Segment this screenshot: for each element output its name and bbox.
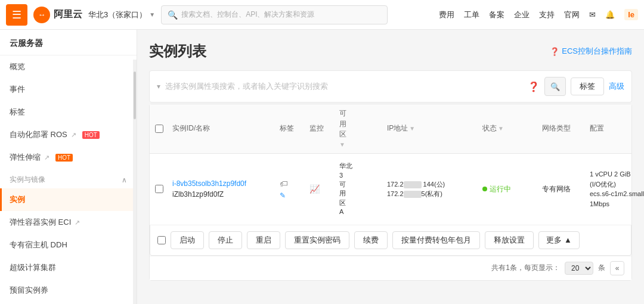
sidebar-item-label: 概览 [10, 61, 25, 72]
hamburger-icon: ☰ [12, 8, 21, 21]
renew-button[interactable]: 续费 [354, 231, 388, 249]
th-label: 标签 [280, 124, 294, 134]
th-status: 状态 ▼ [479, 124, 538, 134]
more-actions-button[interactable]: 更多 ▲ [538, 231, 580, 249]
th-monitor: 监控 [306, 124, 336, 134]
monitor-icon[interactable]: 📈 [309, 184, 320, 194]
sidebar-item-hpc[interactable]: 超级计算集群 [0, 256, 137, 279]
sidebar-item-events[interactable]: 事件 [0, 78, 137, 101]
user-label[interactable]: Ie [624, 9, 638, 20]
select-all-checkbox[interactable] [155, 125, 163, 133]
reset-password-button[interactable]: 重置实例密码 [285, 231, 349, 249]
filter-input[interactable]: 选择实例属性项搜索，或者输入关键字识别搜索 [165, 78, 523, 95]
action-bar: 启动 停止 重启 重置实例密码 续费 按量付费转包年包月 释放设置 更多 ▲ [150, 225, 631, 256]
hamburger-menu[interactable]: ☰ [6, 4, 27, 26]
more-actions-chevron: ▲ [564, 235, 572, 244]
filter-arrow-icon: ▾ [157, 82, 160, 91]
sidebar-item-label: 弹性伸缩 [10, 152, 41, 163]
instance-id-link[interactable]: i-8vb35tsolb3h1zp9fd0f [172, 179, 246, 188]
start-button[interactable]: 启动 [171, 231, 204, 249]
region-selector[interactable]: 华北3（张家口） ▼ [88, 10, 155, 20]
restart-button[interactable]: 重启 [247, 231, 280, 249]
ip-masked: 172.2 [387, 181, 404, 188]
sidebar-item-label: 标签 [10, 107, 25, 117]
zone-text5: 区 [339, 198, 380, 207]
release-settings-button[interactable]: 释放设置 [485, 231, 534, 249]
sidebar-item-reserved[interactable]: 预留实例券 [0, 279, 137, 302]
zone-text6: A [339, 207, 380, 216]
logo-icon: ↔ [33, 7, 50, 23]
sort-icon[interactable]: ▼ [498, 125, 504, 132]
external-link-icon: ↗ [75, 219, 80, 227]
sidebar: 云服务器 概览 事件 标签 自动化部署 ROS ↗ HOT 弹性伸缩 ↗ HOT… [0, 30, 137, 304]
sort-icon[interactable]: ▼ [409, 125, 415, 132]
td-monitor: 📈 [306, 183, 336, 196]
th-label2: 用 [339, 120, 346, 129]
nav-link-support[interactable]: 支持 [539, 10, 555, 20]
th-label: 网络类型 [542, 124, 571, 134]
row-checkbox[interactable] [155, 185, 163, 193]
external-link-icon: ↗ [44, 154, 49, 162]
zone-text: 华北 [339, 162, 380, 170]
td-checkbox [150, 185, 169, 193]
th-label: IP地址 [387, 124, 408, 134]
config-line3: ecs.s6-c1m2.small [590, 189, 644, 199]
filter-placeholder: 选择实例属性项搜索，或者输入关键字识别搜索 [165, 81, 328, 92]
scroll-thumb[interactable] [134, 72, 136, 119]
table-header: 实例ID/名称 标签 监控 可 用 区 ▼ IP地址 ▼ [150, 104, 631, 154]
pagination-bar: 共有1条，每页显示： 20 条 « [150, 256, 631, 280]
nav-link-official[interactable]: 官网 [564, 10, 580, 20]
th-zone: 可 用 区 ▼ [336, 109, 383, 148]
sidebar-item-scaling[interactable]: 弹性伸缩 ↗ HOT [0, 146, 137, 169]
prev-page-button[interactable]: « [610, 261, 624, 275]
sidebar-item-tags[interactable]: 标签 [0, 101, 137, 123]
nav-link-ticket[interactable]: 工单 [464, 10, 479, 20]
zone-text4: 用 [339, 189, 380, 198]
action-select-checkbox[interactable] [157, 236, 166, 244]
more-actions-label: 更多 [546, 235, 562, 246]
bell-icon[interactable]: 🔔 [605, 10, 615, 19]
sidebar-item-label: 弹性容器实例 ECI [10, 217, 71, 228]
nav-link-icp[interactable]: 备案 [489, 10, 504, 20]
help-icon: ❓ [550, 47, 559, 56]
td-config: 1 vCPU 2 GiB (I/O优化) ecs.s6-c1m2.small 1… [586, 169, 644, 209]
sidebar-item-label: 预留实例券 [10, 285, 48, 296]
sidebar-title: 云服务器 [0, 30, 137, 55]
sidebar-item-instances[interactable]: 实例 [0, 188, 137, 211]
page-header: 实例列表 ❓ ECS控制台操作指南 [149, 42, 632, 61]
search-icon: 🔍 [550, 82, 560, 91]
collapse-icon: ∧ [122, 176, 127, 184]
advanced-filter[interactable]: 高级 [609, 81, 624, 92]
zone-text2: 3 [339, 171, 380, 180]
ip-blurred [404, 181, 422, 188]
page-size-select[interactable]: 20 [565, 262, 593, 275]
sort-icon[interactable]: ▼ [339, 141, 345, 148]
tag-edit-icon[interactable]: ✎ [280, 191, 286, 200]
td-tags: 🏷 ✎ [276, 178, 306, 201]
nav-link-expense[interactable]: 费用 [439, 10, 454, 20]
filter-search-button[interactable]: 🔍 [544, 77, 566, 96]
sidebar-item-overview[interactable]: 概览 [0, 55, 137, 78]
td-status: 运行中 [479, 184, 538, 194]
help-link[interactable]: ❓ ECS控制台操作指南 [550, 46, 632, 57]
filter-bar: ▾ 选择实例属性项搜索，或者输入关键字识别搜索 ❓ 🔍 标签 高级 [149, 70, 632, 103]
sidebar-item-eci[interactable]: 弹性容器实例 ECI ↗ [0, 211, 137, 234]
convert-billing-button[interactable]: 按量付费转包年包月 [392, 231, 480, 249]
filter-help-icon[interactable]: ❓ [528, 81, 540, 92]
th-network: 网络类型 [538, 124, 586, 134]
stop-button[interactable]: 停止 [209, 231, 242, 249]
sidebar-item-ros[interactable]: 自动化部署 ROS ↗ HOT [0, 123, 137, 146]
tag-button[interactable]: 标签 [571, 77, 604, 95]
nav-link-enterprise[interactable]: 企业 [514, 10, 530, 20]
logo[interactable]: ↔ 阿里云 [33, 7, 82, 23]
zone-text3: 可 [339, 180, 380, 189]
mail-icon[interactable]: ✉ [589, 10, 596, 19]
sidebar-item-ddh[interactable]: 专有宿主机 DDH [0, 234, 137, 256]
th-label3: 区 [339, 130, 346, 139]
global-search[interactable]: 🔍 搜索文档、控制台、API、解决方案和资源 [161, 5, 388, 24]
th-config: 配置 [586, 124, 644, 134]
tag-icon[interactable]: 🏷 [280, 179, 288, 188]
sidebar-section-instances[interactable]: 实例与镜像 ∧ [0, 169, 137, 188]
sidebar-item-label: 专有宿主机 DDH [10, 240, 67, 250]
th-label: 配置 [590, 124, 604, 134]
